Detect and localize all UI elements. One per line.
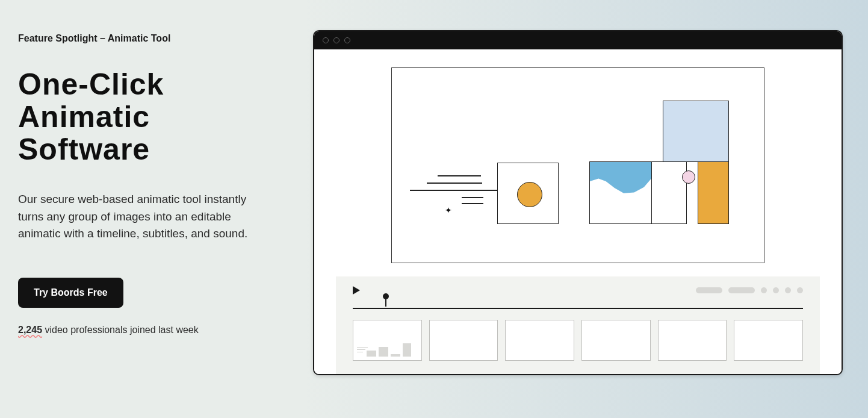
timeline-area bbox=[336, 276, 820, 374]
sun-icon bbox=[517, 182, 542, 207]
playhead-icon[interactable] bbox=[385, 298, 386, 307]
traffic-light-minimize-icon bbox=[333, 37, 339, 43]
traffic-light-zoom-icon bbox=[344, 37, 350, 43]
browser-body: ✦ bbox=[314, 49, 842, 374]
thumbnail-strip bbox=[353, 320, 803, 361]
orange-box-icon bbox=[698, 161, 729, 224]
traffic-light-close-icon bbox=[323, 37, 329, 43]
thumbnail[interactable] bbox=[658, 320, 727, 361]
hero-copy: Feature Spotlight – Animatic Tool One-Cl… bbox=[18, 30, 277, 335]
pink-dot-icon bbox=[682, 170, 695, 184]
play-icon[interactable] bbox=[353, 286, 360, 295]
thumbnail[interactable] bbox=[734, 320, 803, 361]
browser-window: ✦ bbox=[313, 30, 843, 375]
pager-dot bbox=[785, 287, 791, 293]
sky-box-icon bbox=[663, 101, 729, 162]
page-title: One-Click Animatic Software bbox=[18, 68, 277, 166]
sun-frame-icon bbox=[497, 163, 559, 224]
timeline-track[interactable] bbox=[353, 298, 803, 309]
social-proof: 2,245 video professionals joined last we… bbox=[18, 325, 277, 335]
pager-dot bbox=[773, 287, 779, 293]
illustration-panel: ✦ bbox=[313, 30, 850, 335]
pager-pill bbox=[696, 287, 722, 293]
thumbnail[interactable] bbox=[505, 320, 574, 361]
try-free-button[interactable]: Try Boords Free bbox=[18, 278, 123, 308]
pager-dot bbox=[761, 287, 767, 293]
spotlight-label: Feature Spotlight – Animatic Tool bbox=[18, 33, 277, 44]
thumbnail[interactable] bbox=[353, 320, 422, 361]
social-proof-count: 2,245 bbox=[18, 325, 42, 335]
pager bbox=[696, 287, 803, 293]
thumbnail[interactable] bbox=[429, 320, 498, 361]
pager-dot bbox=[797, 287, 803, 293]
pager-pill bbox=[728, 287, 755, 293]
canvas-frame: ✦ bbox=[391, 67, 764, 263]
hero-description: Our secure web-based animatic tool insta… bbox=[18, 191, 259, 243]
wave-frame-icon bbox=[589, 161, 652, 224]
motion-lines-icon bbox=[410, 175, 488, 204]
sparkle-icon: ✦ bbox=[445, 205, 452, 215]
browser-titlebar bbox=[314, 31, 842, 49]
thumbnail[interactable] bbox=[581, 320, 651, 361]
social-proof-text: video professionals joined last week bbox=[42, 325, 199, 335]
